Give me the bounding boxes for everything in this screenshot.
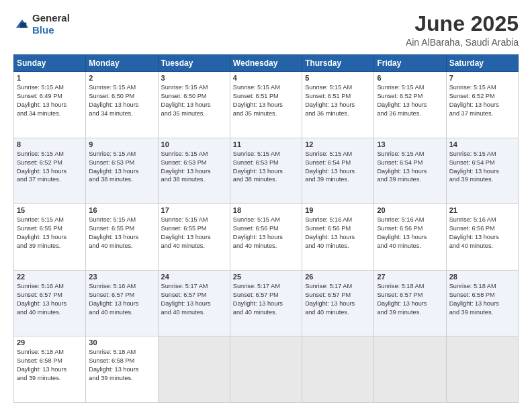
table-row: 20Sunrise: 5:16 AM Sunset: 6:56 PM Dayli… [374, 204, 446, 271]
header: General Blue June 2025 Ain AlBaraha, Sau… [13, 12, 519, 48]
cell-text: Sunrise: 5:15 AM Sunset: 6:55 PM Dayligh… [89, 216, 154, 250]
page: General Blue June 2025 Ain AlBaraha, Sau… [0, 0, 532, 411]
day-number: 26 [305, 273, 371, 281]
cell-text: Sunrise: 5:15 AM Sunset: 6:56 PM Dayligh… [233, 216, 299, 250]
day-number: 6 [377, 74, 443, 82]
cell-text: Sunrise: 5:15 AM Sunset: 6:54 PM Dayligh… [305, 150, 371, 185]
table-row: 27Sunrise: 5:18 AM Sunset: 6:57 PM Dayli… [374, 270, 446, 336]
table-row: 28Sunrise: 5:18 AM Sunset: 6:58 PM Dayli… [446, 270, 518, 336]
table-row: 3Sunrise: 5:15 AM Sunset: 6:50 PM Daylig… [158, 72, 230, 138]
table-row: 13Sunrise: 5:15 AM Sunset: 6:54 PM Dayli… [374, 138, 446, 204]
cell-text: Sunrise: 5:15 AM Sunset: 6:55 PM Dayligh… [161, 216, 227, 250]
calendar-subtitle: Ain AlBaraha, Saudi Arabia [406, 37, 519, 48]
table-row: 30Sunrise: 5:18 AM Sunset: 6:58 PM Dayli… [86, 336, 158, 403]
calendar-row: 1Sunrise: 5:15 AM Sunset: 6:49 PM Daylig… [14, 72, 519, 138]
table-row [446, 336, 518, 403]
table-row: 2Sunrise: 5:15 AM Sunset: 6:50 PM Daylig… [86, 72, 158, 138]
calendar-title: June 2025 [406, 12, 519, 36]
cell-text: Sunrise: 5:18 AM Sunset: 6:58 PM Dayligh… [89, 348, 154, 383]
table-row: 5Sunrise: 5:15 AM Sunset: 6:51 PM Daylig… [302, 72, 374, 138]
cell-text: Sunrise: 5:15 AM Sunset: 6:53 PM Dayligh… [89, 150, 154, 185]
cell-text: Sunrise: 5:15 AM Sunset: 6:52 PM Dayligh… [17, 150, 83, 185]
day-number: 21 [449, 206, 515, 214]
day-number: 16 [89, 206, 154, 214]
day-number: 18 [233, 206, 299, 214]
cell-text: Sunrise: 5:15 AM Sunset: 6:53 PM Dayligh… [233, 150, 299, 185]
day-number: 14 [449, 140, 515, 148]
cell-text: Sunrise: 5:15 AM Sunset: 6:51 PM Dayligh… [233, 83, 299, 118]
cell-text: Sunrise: 5:15 AM Sunset: 6:50 PM Dayligh… [89, 83, 154, 118]
table-row: 17Sunrise: 5:15 AM Sunset: 6:55 PM Dayli… [158, 204, 230, 271]
cell-text: Sunrise: 5:15 AM Sunset: 6:50 PM Dayligh… [161, 83, 227, 118]
table-row: 14Sunrise: 5:15 AM Sunset: 6:54 PM Dayli… [446, 138, 518, 204]
table-row [302, 336, 374, 403]
logo-general: General [32, 12, 70, 24]
day-number: 4 [233, 74, 299, 82]
table-row: 15Sunrise: 5:15 AM Sunset: 6:55 PM Dayli… [14, 204, 86, 271]
table-row: 22Sunrise: 5:16 AM Sunset: 6:57 PM Dayli… [14, 270, 86, 336]
cell-text: Sunrise: 5:16 AM Sunset: 6:56 PM Dayligh… [449, 216, 515, 250]
col-thursday: Thursday [302, 55, 374, 72]
col-saturday: Saturday [446, 55, 518, 72]
day-number: 10 [161, 140, 227, 148]
calendar-row: 8Sunrise: 5:15 AM Sunset: 6:52 PM Daylig… [14, 138, 519, 204]
table-row [374, 336, 446, 403]
logo: General Blue [13, 12, 70, 36]
table-row: 4Sunrise: 5:15 AM Sunset: 6:51 PM Daylig… [230, 72, 302, 138]
cell-text: Sunrise: 5:18 AM Sunset: 6:58 PM Dayligh… [17, 348, 83, 383]
cell-text: Sunrise: 5:15 AM Sunset: 6:49 PM Dayligh… [17, 83, 83, 118]
col-tuesday: Tuesday [158, 55, 230, 72]
day-number: 7 [449, 74, 515, 82]
cell-text: Sunrise: 5:18 AM Sunset: 6:57 PM Dayligh… [377, 282, 443, 317]
day-number: 24 [161, 273, 227, 281]
day-number: 15 [17, 206, 83, 214]
col-friday: Friday [374, 55, 446, 72]
day-number: 30 [89, 338, 154, 347]
day-number: 25 [233, 273, 299, 281]
cell-text: Sunrise: 5:17 AM Sunset: 6:57 PM Dayligh… [161, 282, 227, 317]
day-number: 5 [305, 74, 371, 82]
cell-text: Sunrise: 5:16 AM Sunset: 6:56 PM Dayligh… [377, 216, 443, 250]
calendar-table: Sunday Monday Tuesday Wednesday Thursday… [13, 54, 519, 403]
day-number: 1 [17, 74, 83, 82]
table-row: 9Sunrise: 5:15 AM Sunset: 6:53 PM Daylig… [86, 138, 158, 204]
table-row: 21Sunrise: 5:16 AM Sunset: 6:56 PM Dayli… [446, 204, 518, 271]
cell-text: Sunrise: 5:16 AM Sunset: 6:57 PM Dayligh… [89, 282, 154, 317]
logo-icon [15, 18, 30, 30]
table-row: 7Sunrise: 5:15 AM Sunset: 6:52 PM Daylig… [446, 72, 518, 138]
table-row: 25Sunrise: 5:17 AM Sunset: 6:57 PM Dayli… [230, 270, 302, 336]
day-number: 3 [161, 74, 227, 82]
day-number: 11 [233, 140, 299, 148]
cell-text: Sunrise: 5:16 AM Sunset: 6:57 PM Dayligh… [17, 282, 83, 317]
table-row: 8Sunrise: 5:15 AM Sunset: 6:52 PM Daylig… [14, 138, 86, 204]
calendar-row: 29Sunrise: 5:18 AM Sunset: 6:58 PM Dayli… [14, 336, 519, 403]
cell-text: Sunrise: 5:17 AM Sunset: 6:57 PM Dayligh… [233, 282, 299, 317]
cell-text: Sunrise: 5:18 AM Sunset: 6:58 PM Dayligh… [449, 282, 515, 317]
table-row: 18Sunrise: 5:15 AM Sunset: 6:56 PM Dayli… [230, 204, 302, 271]
cell-text: Sunrise: 5:15 AM Sunset: 6:54 PM Dayligh… [377, 150, 443, 185]
calendar-row: 15Sunrise: 5:15 AM Sunset: 6:55 PM Dayli… [14, 204, 519, 271]
day-number: 12 [305, 140, 371, 148]
day-number: 20 [377, 206, 443, 214]
table-row: 16Sunrise: 5:15 AM Sunset: 6:55 PM Dayli… [86, 204, 158, 271]
logo-blue: Blue [32, 24, 54, 36]
table-row: 29Sunrise: 5:18 AM Sunset: 6:58 PM Dayli… [14, 336, 86, 403]
day-number: 29 [17, 338, 83, 347]
day-number: 17 [161, 206, 227, 214]
calendar-row: 22Sunrise: 5:16 AM Sunset: 6:57 PM Dayli… [14, 270, 519, 336]
cell-text: Sunrise: 5:16 AM Sunset: 6:56 PM Dayligh… [305, 216, 371, 250]
cell-text: Sunrise: 5:15 AM Sunset: 6:52 PM Dayligh… [377, 83, 443, 118]
day-number: 19 [305, 206, 371, 214]
day-number: 9 [89, 140, 154, 148]
table-row: 24Sunrise: 5:17 AM Sunset: 6:57 PM Dayli… [158, 270, 230, 336]
table-row: 19Sunrise: 5:16 AM Sunset: 6:56 PM Dayli… [302, 204, 374, 271]
table-row: 12Sunrise: 5:15 AM Sunset: 6:54 PM Dayli… [302, 138, 374, 204]
table-row [230, 336, 302, 403]
svg-marker-1 [20, 23, 26, 28]
table-row: 23Sunrise: 5:16 AM Sunset: 6:57 PM Dayli… [86, 270, 158, 336]
cell-text: Sunrise: 5:15 AM Sunset: 6:53 PM Dayligh… [161, 150, 227, 185]
table-row: 1Sunrise: 5:15 AM Sunset: 6:49 PM Daylig… [14, 72, 86, 138]
cell-text: Sunrise: 5:15 AM Sunset: 6:54 PM Dayligh… [449, 150, 515, 185]
day-number: 13 [377, 140, 443, 148]
cell-text: Sunrise: 5:15 AM Sunset: 6:51 PM Dayligh… [305, 83, 371, 118]
